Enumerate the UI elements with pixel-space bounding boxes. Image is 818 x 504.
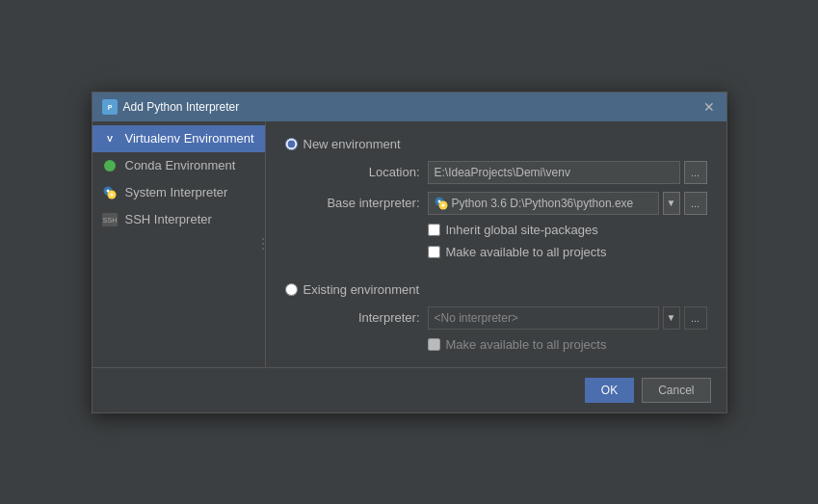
conda-icon [102, 158, 118, 173]
virtualenv-icon: V [102, 131, 118, 146]
sidebar-item-virtualenv-label: Virtualenv Environment [125, 131, 254, 146]
drag-dot [262, 248, 264, 250]
location-input-wrap: ... [428, 161, 707, 184]
existing-interpreter-label: Interpreter: [304, 310, 420, 325]
make-available-existing-checkbox-row: Make available to all projects [304, 337, 707, 352]
close-button[interactable]: ✕ [701, 99, 717, 115]
interpreter-dropdown-button[interactable]: ▼ [663, 192, 680, 215]
svg-text:V: V [106, 134, 112, 144]
new-env-radio-row: New environment [285, 137, 707, 151]
inherit-checkbox-row: Inherit global site-packages [304, 223, 707, 237]
title-bar: P Add Python Interpreter ✕ [92, 93, 726, 121]
svg-text:SSH: SSH [102, 217, 116, 224]
svg-point-7 [110, 193, 113, 196]
inherit-checkbox[interactable] [428, 224, 440, 236]
location-input[interactable] [428, 161, 680, 184]
existing-interpreter-input-wrap: <No interpreter> ▼ ... [428, 306, 707, 330]
sidebar-item-system-label: System Interpreter [125, 185, 228, 199]
base-interpreter-input-wrap: Python 3.6 D:\Python36\python.exe ▼ ... [428, 192, 707, 215]
sidebar-item-virtualenv[interactable]: V Virtualenv Environment [92, 125, 265, 152]
drag-handle [262, 238, 264, 250]
existing-interpreter-select[interactable]: <No interpreter> [428, 306, 659, 330]
base-interpreter-label: Base interpreter: [304, 196, 420, 210]
sidebar-item-conda[interactable]: Conda Environment [92, 152, 265, 179]
dialog-body-wrapper: V Virtualenv Environment Conda Environme… [92, 121, 726, 367]
existing-dropdown-button[interactable]: ▼ [663, 306, 680, 330]
make-available-new-checkbox-row: Make available to all projects [304, 245, 707, 259]
sidebar-item-system[interactable]: System Interpreter [92, 179, 265, 206]
add-python-interpreter-dialog: P Add Python Interpreter ✕ V Virtualenv … [92, 92, 727, 413]
drag-dot [262, 238, 264, 240]
ok-button[interactable]: OK [585, 378, 634, 403]
svg-point-6 [106, 189, 109, 192]
svg-text:P: P [107, 104, 112, 111]
existing-env-form: Interpreter: <No interpreter> ▼ ... Make [285, 306, 707, 352]
sidebar-item-ssh-label: SSH Interpreter [125, 212, 212, 226]
sidebar-item-conda-label: Conda Environment [125, 158, 236, 172]
dialog-icon: P [102, 99, 118, 115]
new-env-radio-label: New environment [303, 137, 401, 151]
main-content: New environment Location: ... Base inter… [266, 121, 726, 367]
interpreter-browse-button[interactable]: ... [684, 192, 707, 215]
make-available-existing-label: Make available to all projects [446, 337, 607, 352]
svg-point-13 [441, 203, 444, 206]
make-available-new-label: Make available to all projects [446, 245, 607, 259]
dialog-footer: OK Cancel [92, 367, 726, 412]
existing-environment-section: Existing environment Interpreter: <No in… [285, 282, 707, 352]
base-interpreter-row: Base interpreter: Python 3.6 D:\Python36… [304, 192, 707, 215]
existing-env-radio-label: Existing environment [303, 282, 420, 297]
title-bar-left: P Add Python Interpreter [102, 99, 240, 115]
svg-point-12 [437, 199, 440, 202]
make-available-new-checkbox[interactable] [428, 246, 440, 258]
base-interpreter-value: Python 3.6 D:\Python36\python.exe [452, 197, 652, 210]
existing-env-radio[interactable] [285, 283, 298, 296]
ssh-icon: SSH [102, 212, 118, 227]
base-interpreter-select[interactable]: Python 3.6 D:\Python36\python.exe [428, 192, 659, 215]
dialog-title: Add Python Interpreter [123, 100, 240, 114]
new-env-form: Location: ... Base interpreter: [285, 161, 707, 259]
cancel-button[interactable]: Cancel [642, 378, 710, 403]
python-icon [102, 185, 118, 200]
existing-interpreter-row: Interpreter: <No interpreter> ▼ ... [304, 306, 707, 330]
inherit-label: Inherit global site-packages [446, 223, 598, 237]
python-logo-icon [435, 197, 448, 210]
sidebar: V Virtualenv Environment Conda Environme… [92, 121, 266, 367]
existing-browse-button[interactable]: ... [684, 306, 707, 330]
existing-env-radio-row: Existing environment [285, 282, 707, 297]
location-browse-button[interactable]: ... [684, 161, 707, 184]
new-environment-section: New environment Location: ... Base inter… [285, 137, 707, 267]
sidebar-item-ssh[interactable]: SSH SSH Interpreter [92, 206, 265, 233]
location-label: Location: [304, 165, 420, 179]
existing-interpreter-value: <No interpreter> [435, 311, 518, 325]
new-env-radio[interactable] [285, 138, 298, 150]
drag-dot [262, 243, 264, 245]
location-row: Location: ... [304, 161, 707, 184]
make-available-existing-checkbox[interactable] [428, 338, 440, 351]
